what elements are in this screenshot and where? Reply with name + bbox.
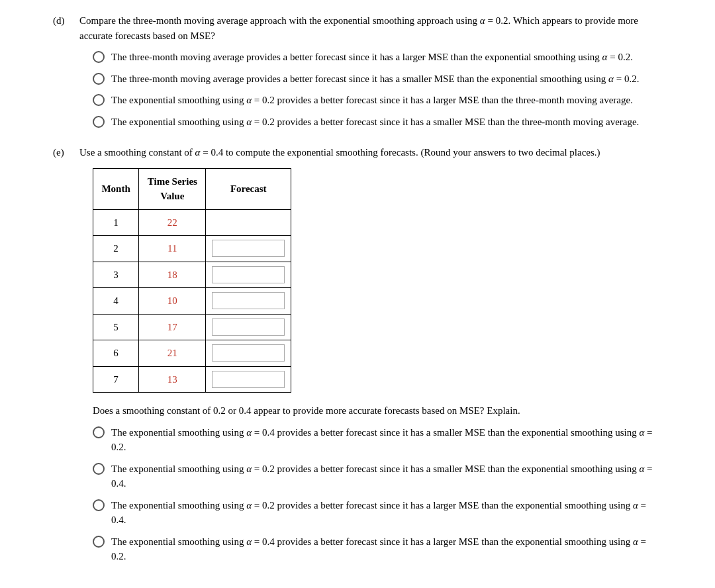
cell-value-4: 10 <box>139 288 206 315</box>
part-e-text: Use a smoothing constant of α = 0.4 to c… <box>79 145 662 160</box>
radio-label-e3: The exponential smoothing using α = 0.2 … <box>111 498 662 528</box>
forecast-input-5[interactable] <box>212 318 285 336</box>
col-header-ts-value: Time SeriesValue <box>139 168 206 209</box>
alpha-e: α <box>195 147 201 158</box>
radio-circle-d2[interactable] <box>93 73 105 85</box>
cell-forecast-2 <box>206 236 291 262</box>
section-e: (e) Use a smoothing constant of α = 0.4 … <box>53 145 662 564</box>
cell-value-3: 18 <box>139 262 206 288</box>
cell-month-7: 7 <box>93 366 139 393</box>
cell-forecast-1 <box>206 209 291 236</box>
forecast-table-container: Month Time SeriesValue Forecast 1 22 2 1… <box>93 168 662 393</box>
radio-item-d1[interactable]: The three-month moving average provides … <box>93 50 662 65</box>
cell-month-4: 4 <box>93 288 139 315</box>
radio-item-e4[interactable]: The exponential smoothing using α = 0.4 … <box>93 534 662 564</box>
forecast-input-4[interactable] <box>212 292 285 309</box>
cell-value-7: 13 <box>139 366 206 393</box>
mse-question: Does a smoothing constant of 0.2 or 0.4 … <box>93 403 662 418</box>
table-row: 7 13 <box>93 366 291 393</box>
radio-group-e: The exponential smoothing using α = 0.4 … <box>93 425 662 564</box>
cell-month-3: 3 <box>93 262 139 288</box>
table-header-row: Month Time SeriesValue Forecast <box>93 168 291 209</box>
forecast-input-2[interactable] <box>212 240 285 257</box>
cell-month-1: 1 <box>93 209 139 236</box>
part-d-id: (d) <box>53 13 73 43</box>
radio-item-e3[interactable]: The exponential smoothing using α = 0.2 … <box>93 498 662 528</box>
cell-value-1: 22 <box>139 209 206 236</box>
radio-circle-d3[interactable] <box>93 94 105 106</box>
radio-item-d3[interactable]: The exponential smoothing using α = 0.2 … <box>93 93 662 108</box>
cell-value-5: 17 <box>139 314 206 340</box>
radio-item-d2[interactable]: The three-month moving average provides … <box>93 72 662 87</box>
radio-item-d4[interactable]: The exponential smoothing using α = 0.2 … <box>93 115 662 130</box>
radio-label-e4: The exponential smoothing using α = 0.4 … <box>111 534 662 564</box>
radio-circle-d1[interactable] <box>93 51 105 63</box>
cell-forecast-4 <box>206 288 291 315</box>
radio-label-e1: The exponential smoothing using α = 0.4 … <box>111 425 662 455</box>
radio-label-d3: The exponential smoothing using α = 0.2 … <box>111 93 633 108</box>
radio-circle-e1[interactable] <box>93 426 105 438</box>
radio-circle-d4[interactable] <box>93 116 105 128</box>
forecast-input-6[interactable] <box>212 344 285 362</box>
part-e-id: (e) <box>53 145 73 160</box>
cell-month-6: 6 <box>93 340 139 367</box>
cell-value-2: 11 <box>139 236 206 262</box>
radio-label-d2: The three-month moving average provides … <box>111 72 639 87</box>
cell-forecast-5 <box>206 314 291 340</box>
table-row: 4 10 <box>93 288 291 315</box>
radio-item-e1[interactable]: The exponential smoothing using α = 0.4 … <box>93 425 662 455</box>
cell-month-5: 5 <box>93 314 139 340</box>
cell-forecast-3 <box>206 262 291 288</box>
radio-label-d4: The exponential smoothing using α = 0.2 … <box>111 115 639 130</box>
radio-item-e2[interactable]: The exponential smoothing using α = 0.2 … <box>93 462 662 491</box>
forecast-input-3[interactable] <box>212 266 285 283</box>
cell-forecast-6 <box>206 340 291 367</box>
radio-circle-e3[interactable] <box>93 499 105 511</box>
radio-circle-e2[interactable] <box>93 463 105 475</box>
radio-circle-e4[interactable] <box>93 536 105 548</box>
cell-value-6: 21 <box>139 340 206 367</box>
forecast-input-7[interactable] <box>212 371 285 388</box>
table-row: 6 21 <box>93 340 291 367</box>
table-row: 5 17 <box>93 314 291 340</box>
table-row: 2 11 <box>93 236 291 262</box>
table-row: 1 22 <box>93 209 291 236</box>
forecast-table: Month Time SeriesValue Forecast 1 22 2 1… <box>93 168 291 393</box>
part-d-label: (d) Compare the three-month moving avera… <box>53 13 662 43</box>
table-row: 3 18 <box>93 262 291 288</box>
col-header-forecast: Forecast <box>206 168 291 209</box>
section-d: (d) Compare the three-month moving avera… <box>53 13 662 129</box>
alpha-d: α <box>480 15 485 26</box>
radio-group-d: The three-month moving average provides … <box>93 50 662 129</box>
part-d-text: Compare the three-month moving average a… <box>79 13 662 43</box>
cell-month-2: 2 <box>93 236 139 262</box>
part-e-label: (e) Use a smoothing constant of α = 0.4 … <box>53 145 662 160</box>
radio-label-d1: The three-month moving average provides … <box>111 50 633 65</box>
col-header-month: Month <box>93 168 139 209</box>
radio-label-e2: The exponential smoothing using α = 0.2 … <box>111 462 662 491</box>
cell-forecast-7 <box>206 366 291 393</box>
